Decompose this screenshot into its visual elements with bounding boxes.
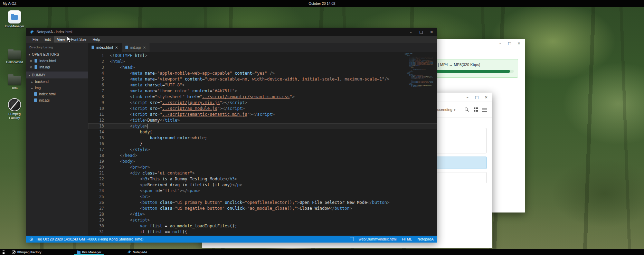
tab-bar: index.htmlinit.agi [88, 43, 437, 52]
file-icon [35, 65, 37, 69]
top-menubar: My ArOZ October 20 14:02 [0, 0, 644, 7]
sort-dropdown[interactable]: ascending [435, 107, 455, 112]
desktop-icon-test[interactable]: Test [2, 73, 27, 90]
code-line-27[interactable]: 27 <button class="ui negative button" on… [88, 206, 437, 211]
notepada-icon [127, 251, 131, 254]
code-line-16[interactable]: 16 } [88, 141, 437, 147]
menu-item-help[interactable]: Help [89, 36, 103, 42]
folder-icon [77, 251, 80, 254]
code-line-8[interactable]: 8 <link rel="stylesheet" href="../script… [88, 94, 437, 100]
close-button[interactable]: × [429, 30, 434, 34]
code-line-29[interactable]: 29 <script> [88, 217, 437, 223]
taskbar-item-file-manager[interactable]: File Manager [74, 249, 104, 255]
desktop-icon-info-manager[interactable]: Info-Manager [2, 10, 27, 28]
grid-view-icon[interactable] [474, 107, 478, 112]
code-line-31[interactable]: 31 if (flist == null){ [88, 229, 437, 235]
tab-index-html[interactable]: index.html [88, 43, 122, 52]
search-icon[interactable] [465, 107, 469, 112]
ffmpeg-icon [8, 98, 21, 111]
code-line-14[interactable]: 14 body{ [88, 129, 437, 135]
file-icon [125, 46, 128, 49]
code-line-6[interactable]: 6 <meta charset="UTF-8"> [88, 82, 437, 88]
notepada-titlebar[interactable]: NotepadA - index.html – □ × [26, 28, 437, 36]
minimize-button[interactable]: – [409, 30, 413, 34]
minimize-button[interactable]: – [465, 95, 470, 100]
close-tab-icon[interactable] [115, 45, 118, 50]
taskbar-item-notepada[interactable]: NotepadA [125, 249, 150, 255]
tree-item-index-html[interactable]: index.html [26, 91, 88, 97]
list-view-icon[interactable] [482, 108, 487, 112]
code-line-22[interactable]: 22 <h3>This is a Dummy Testing Module</h… [88, 176, 437, 182]
code-line-12[interactable]: 12 <title>Dummy</title> [88, 117, 437, 123]
code-editor[interactable]: 1<!DOCTYPE html>2<html>3 <head>4 <meta n… [88, 52, 437, 236]
open-editors-list: index.htmlinit.agi [26, 58, 88, 70]
code-line-25[interactable]: 25 <br> [88, 194, 437, 200]
desktop-icon-ffmpeg-factory[interactable]: FFmpeg Factory [2, 98, 27, 120]
code-line-2[interactable]: 2<html> [88, 59, 437, 65]
notepada-main: Directory Listing OPEN EDITORS index.htm… [26, 43, 437, 236]
code-line-30[interactable]: 30 var flist = ao_module_loadInputFiles(… [88, 223, 437, 229]
code-line-9[interactable]: 9 <script src="../script/jquery.min.js">… [88, 100, 437, 106]
maximize-button[interactable]: □ [508, 41, 512, 46]
close-button[interactable]: × [517, 41, 521, 46]
chevron-right-icon [31, 86, 33, 90]
desktop-icon-hello-world[interactable]: Hello World [2, 48, 27, 64]
sort-label: ascending [435, 107, 452, 112]
code-line-5[interactable]: 5 <meta name="viewport" content="user-sc… [88, 76, 437, 82]
chevron-right-icon [31, 79, 33, 84]
start-menu-icon[interactable] [1, 250, 5, 254]
aroz-menu[interactable]: My ArOZ [3, 2, 16, 6]
status-file-path[interactable]: web/Dummy/index.html [359, 237, 397, 241]
code-line-10[interactable]: 10 <script src="../script/ao_module.js">… [88, 106, 437, 112]
code-line-26[interactable]: 26 <button class="ui primary button" onc… [88, 200, 437, 206]
folder-section-dummy[interactable]: DUMMY [26, 72, 88, 78]
menu-item-view[interactable]: View [54, 36, 68, 42]
file-icon [92, 46, 94, 49]
close-file-icon[interactable] [29, 65, 32, 69]
taskbar-item-ffmpeg-factory[interactable]: FFmpeg Factory [9, 249, 44, 255]
tree-item-backend[interactable]: backend [26, 78, 88, 85]
code-line-15[interactable]: 15 background-color:white; [88, 135, 437, 141]
code-line-4[interactable]: 4 <meta name="apple-mobile-web-app-capab… [88, 70, 437, 76]
code-line-18[interactable]: 18 </head> [88, 153, 437, 159]
code-line-21[interactable]: 21 <div class="ui container"> [88, 170, 437, 176]
menu-bar: FileEditViewFont SizeHelp [26, 36, 437, 43]
chevron-down-icon [29, 73, 30, 77]
editor-column: index.htmlinit.agi 1<!DOCTYPE html>2<htm… [88, 43, 437, 236]
code-line-3[interactable]: 3 <head> [88, 65, 437, 70]
desktop-screen: My ArOZ October 20 14:02 Info-ManagerHel… [0, 0, 644, 255]
chevron-down-icon [29, 53, 30, 56]
status-language[interactable]: HTML [402, 237, 412, 241]
minimize-button[interactable]: – [498, 41, 502, 46]
close-tab-icon[interactable] [143, 45, 146, 50]
chevron-down-icon [454, 107, 455, 112]
open-editors-section[interactable]: OPEN EDITORS [26, 51, 88, 58]
minimap[interactable]: <!DOCTYPE html><html> <head> <meta name=… [405, 53, 433, 87]
menu-item-edit[interactable]: Edit [41, 36, 54, 42]
code-line-20[interactable]: 20 <br><br> [88, 164, 437, 170]
code-line-1[interactable]: 1<!DOCTYPE html> [88, 53, 437, 59]
code-line-11[interactable]: 11 <script src="../script/semantic/seman… [88, 112, 437, 117]
code-line-19[interactable]: 19 <body> [88, 159, 437, 164]
tab-init-agi[interactable]: init.agi [122, 43, 150, 52]
maximize-button[interactable]: □ [475, 95, 479, 100]
file-icon [34, 92, 37, 96]
code-line-7[interactable]: 7 <meta name="theme-color" content="#4b7… [88, 88, 437, 94]
maximize-button[interactable]: □ [419, 30, 423, 34]
close-file-icon[interactable] [29, 59, 32, 63]
open-editor-index-html[interactable]: index.html [26, 58, 88, 64]
code-line-24[interactable]: 24 <span id="flist"></span> [88, 188, 437, 194]
code-line-13[interactable]: 13 <style> [88, 123, 437, 129]
tree-item-img[interactable]: img [26, 85, 88, 91]
tree-item-init-agi[interactable]: init.agi [26, 97, 88, 103]
menu-item-file[interactable]: File [29, 36, 41, 42]
notepada-window[interactable]: NotepadA - index.html – □ × FileEditView… [26, 28, 437, 243]
folder-icon [8, 50, 21, 59]
close-button[interactable]: × [484, 95, 488, 100]
code-line-23[interactable]: 23 <p>Received drag-in filelist (if any)… [88, 182, 437, 188]
open-editor-init-agi[interactable]: init.agi [26, 64, 88, 70]
window-title: NotepadA - index.html [37, 30, 72, 34]
code-line-17[interactable]: 17 </style> [88, 147, 437, 153]
status-app-name: NotepadA [417, 237, 434, 241]
code-line-28[interactable]: 28 </div> [88, 211, 437, 217]
